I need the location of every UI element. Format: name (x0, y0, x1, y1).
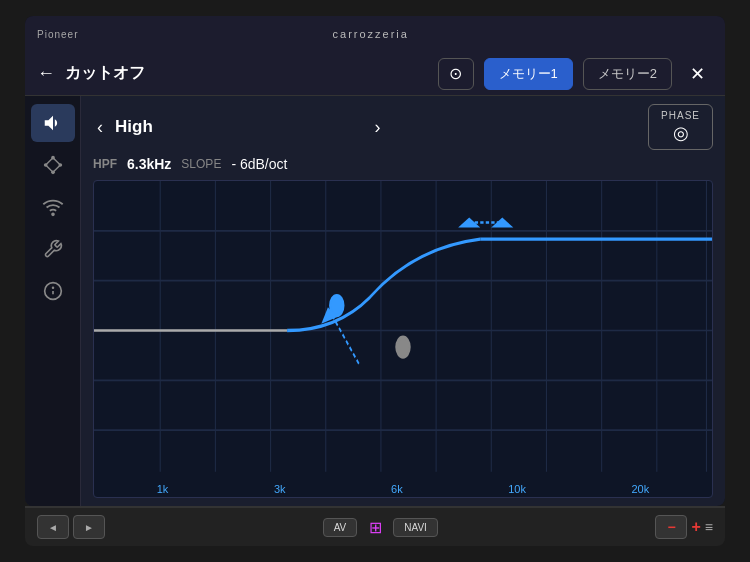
hpf-row: HPF 6.3kHz SLOPE - 6dB/oct (93, 156, 713, 172)
channel-name: High (115, 117, 363, 137)
phase-label: PHASE (661, 109, 700, 122)
sidebar-item-tools[interactable] (31, 230, 75, 268)
sidebar-item-info[interactable] (31, 272, 75, 310)
chart-svg (94, 181, 712, 497)
page-title: カットオフ (65, 63, 428, 84)
brand-carrozzeria: carrozzeria (333, 28, 409, 40)
hw-grid-button[interactable]: ⊞ (361, 515, 389, 539)
settings-icon: ⊙ (449, 64, 462, 83)
x-label-10k: 10k (508, 483, 526, 495)
hw-minus-button[interactable]: − (655, 515, 687, 539)
svg-line-5 (53, 158, 60, 165)
x-label-1k: 1k (157, 483, 169, 495)
hpf-label: HPF (93, 157, 117, 171)
svg-point-34 (396, 338, 409, 358)
hw-next-button[interactable]: ► (73, 515, 105, 539)
x-label-3k: 3k (274, 483, 286, 495)
sidebar-item-network[interactable] (31, 146, 75, 184)
main-content: ‹ High › PHASE ◎ HPF 6.3kHz SLOPE - 6dB/… (25, 96, 725, 506)
svg-line-7 (53, 165, 60, 172)
hw-grid-icon: ⊞ (369, 518, 382, 537)
hw-menu-button[interactable]: ≡ (705, 519, 713, 535)
right-panel: ‹ High › PHASE ◎ HPF 6.3kHz SLOPE - 6dB/… (81, 96, 725, 506)
hw-minus-icon: − (667, 519, 675, 535)
hardware-bar: ◄ ► AV ⊞ NAVI − + ≡ (25, 506, 725, 546)
sidebar (25, 96, 81, 506)
next-channel-button[interactable]: › (371, 117, 385, 138)
x-label-20k: 20k (631, 483, 649, 495)
hw-prev-button[interactable]: ◄ (37, 515, 69, 539)
tools-icon (43, 239, 63, 259)
sidebar-item-speaker[interactable] (31, 104, 75, 142)
chart-area: 1k 3k 6k 10k 20k (93, 180, 713, 498)
hw-next-icon: ► (84, 522, 94, 533)
brand-pioneer: Pioneer (37, 29, 78, 40)
x-label-6k: 6k (391, 483, 403, 495)
phase-button[interactable]: PHASE ◎ (648, 104, 713, 150)
info-icon (43, 281, 63, 301)
hw-prev-group: ◄ ► (37, 515, 105, 539)
svg-line-4 (45, 158, 52, 165)
settings-icon-button[interactable]: ⊙ (438, 58, 474, 90)
back-button[interactable]: ← (37, 63, 55, 84)
hpf-value: 6.3kHz (127, 156, 171, 172)
prev-channel-button[interactable]: ‹ (93, 117, 107, 138)
speaker-icon (42, 112, 64, 134)
x-axis-labels: 1k 3k 6k 10k 20k (94, 483, 712, 495)
hw-center-group: AV ⊞ NAVI (323, 515, 438, 539)
hw-right-group: − + ≡ (655, 515, 713, 539)
device-frame: Pioneer carrozzeria ← カットオフ ⊙ メモリー1 メモリー… (25, 16, 725, 506)
phase-icon: ◎ (673, 122, 689, 145)
slope-value: - 6dB/oct (231, 156, 287, 172)
header-row: ← カットオフ ⊙ メモリー1 メモリー2 ✕ (25, 52, 725, 96)
svg-point-8 (52, 213, 54, 215)
hw-av-button[interactable]: AV (323, 518, 358, 537)
close-button[interactable]: ✕ (682, 59, 713, 89)
memory1-button[interactable]: メモリー1 (484, 58, 573, 90)
hw-prev-icon: ◄ (48, 522, 58, 533)
slope-label: SLOPE (181, 157, 221, 171)
top-bar: Pioneer carrozzeria (25, 16, 725, 52)
wireless-icon (42, 196, 64, 218)
svg-line-6 (45, 165, 52, 172)
sidebar-item-wireless[interactable] (31, 188, 75, 226)
hw-navi-button[interactable]: NAVI (393, 518, 438, 537)
network-icon (42, 154, 64, 176)
memory2-button[interactable]: メモリー2 (583, 58, 672, 90)
hw-plus-button[interactable]: + (691, 518, 700, 536)
control-row: ‹ High › PHASE ◎ (93, 104, 713, 150)
